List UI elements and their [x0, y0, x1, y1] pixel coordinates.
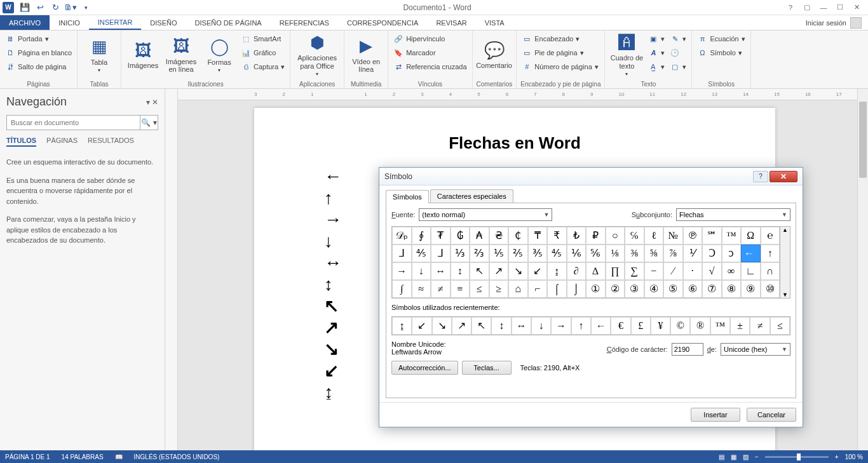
de-select[interactable]: Unicode (hex)▼: [721, 343, 790, 356]
symbol-cell[interactable]: ≥: [489, 280, 509, 298]
symbol-cell[interactable]: ₵: [508, 227, 528, 245]
symbol-cell[interactable]: ℠: [702, 227, 722, 245]
symbol-cell[interactable]: ↨: [547, 262, 567, 280]
symbol-cell[interactable]: ⌠: [547, 280, 567, 298]
cancelar-button[interactable]: Cancelar: [747, 408, 796, 422]
video-button[interactable]: ▶Vídeo en línea: [348, 32, 384, 77]
symbol-cell[interactable]: ≤: [470, 280, 489, 298]
ribbon-tab-diseño[interactable]: DISEÑO: [141, 15, 186, 30]
scrollbar-vertical[interactable]: [857, 89, 868, 450]
imagenes-en-linea-button[interactable]: 🖼Imágenes en línea: [163, 32, 199, 77]
symbol-cell[interactable]: ↕: [451, 262, 470, 280]
numero-pagina-button[interactable]: #Número de página ▾: [520, 60, 600, 73]
symbol-cell[interactable]: ≡: [451, 280, 470, 298]
view-read-icon[interactable]: ▤: [719, 453, 724, 460]
symbol-cell[interactable]: ↓: [412, 262, 431, 280]
pagina-en-blanco-button[interactable]: 🗋Página en blanco: [4, 46, 73, 59]
symbol-cell[interactable]: ₮: [431, 227, 451, 245]
signin-link[interactable]: Iniciar sesión: [799, 15, 868, 30]
symbol-cell[interactable]: ⅗: [528, 245, 548, 262]
recent-symbol-cell[interactable]: ≤: [770, 317, 790, 335]
help-icon[interactable]: ?: [784, 1, 797, 14]
zoom-level[interactable]: 100 %: [845, 453, 863, 460]
object-button[interactable]: ▢▾: [668, 60, 688, 73]
ecuacion-button[interactable]: πEcuación ▾: [696, 32, 746, 45]
symbol-cell[interactable]: ⅝: [644, 245, 664, 262]
insertar-button[interactable]: Insertar: [691, 408, 740, 422]
symbol-cell[interactable]: ⑤: [663, 280, 683, 298]
quick-parts-button[interactable]: ▣▾: [647, 32, 666, 45]
symbol-cell[interactable]: ℅: [625, 227, 644, 245]
status-lang[interactable]: INGLÉS (ESTADOS UNIDOS): [134, 453, 220, 460]
symbol-cell[interactable]: ⅘: [412, 245, 431, 262]
symbol-cell[interactable]: ∏: [606, 262, 625, 280]
symbol-cell[interactable]: →: [392, 262, 412, 280]
symbol-cell[interactable]: ₹: [547, 227, 567, 245]
tab-simbolos[interactable]: Símbolos: [386, 190, 429, 203]
recent-symbol-cell[interactable]: ↕: [491, 317, 511, 335]
symbol-cell[interactable]: ∩: [761, 262, 780, 280]
symbol-cell[interactable]: ₽: [586, 227, 606, 245]
symbol-cell[interactable]: №: [663, 227, 683, 245]
symbol-cell[interactable]: ⑦: [702, 280, 722, 298]
undo-icon[interactable]: ↩: [33, 1, 47, 15]
symbol-cell[interactable]: ↖: [470, 262, 489, 280]
recent-symbol-cell[interactable]: ≠: [750, 317, 770, 335]
signature-button[interactable]: ✎▾: [668, 32, 688, 45]
symbol-cell[interactable]: Ω: [741, 227, 761, 245]
redo-icon[interactable]: ↻: [48, 1, 62, 15]
symbol-cell[interactable]: ₳: [470, 227, 489, 245]
symbol-cell[interactable]: ○: [606, 227, 625, 245]
ruler-vertical[interactable]: [165, 89, 178, 450]
recent-symbol-cell[interactable]: ™: [710, 317, 730, 335]
recent-symbol-cell[interactable]: ↑: [571, 317, 591, 335]
symbol-cell[interactable]: ∂: [567, 262, 587, 280]
recent-symbol-cell[interactable]: ↔: [512, 317, 531, 335]
ribbon-tab-correspondencia[interactable]: CORRESPONDENCIA: [338, 15, 427, 30]
grid-scrollbar[interactable]: ▲▼: [780, 226, 790, 299]
formas-button[interactable]: ◯Formas▾: [201, 32, 237, 77]
nav-options[interactable]: ▾ ✕: [146, 98, 158, 107]
ruler-horizontal[interactable]: 321123456789101112131415161718: [178, 89, 868, 100]
symbol-cell[interactable]: 𝒟ₚ: [392, 227, 412, 245]
dialog-titlebar[interactable]: Símbolo ? ✕: [379, 168, 803, 185]
symbol-cell[interactable]: ⅖: [508, 245, 528, 262]
symbol-cell[interactable]: ∑: [625, 262, 644, 280]
referencia-cruzada-button[interactable]: ⇄Referencia cruzada: [392, 60, 468, 73]
captura-button[interactable]: ⎙Captura ▾: [240, 60, 286, 73]
symbol-cell[interactable]: ℮: [761, 227, 780, 245]
symbol-cell[interactable]: ↑: [761, 245, 780, 262]
recent-symbol-cell[interactable]: ←: [591, 317, 611, 335]
nav-tab-paginas[interactable]: PÁGINAS: [46, 137, 78, 147]
symbol-cell[interactable]: ⅃: [392, 245, 412, 262]
recent-symbol-cell[interactable]: ©: [670, 317, 690, 335]
symbol-cell[interactable]: ≈: [412, 280, 431, 298]
qat-customize-icon[interactable]: ▾: [79, 1, 93, 15]
symbol-cell[interactable]: ↙: [528, 262, 548, 280]
datetime-button[interactable]: 🕒: [668, 46, 688, 59]
symbol-cell[interactable]: ←: [741, 245, 761, 262]
symbol-cell[interactable]: ⌐: [528, 280, 548, 298]
smartart-button[interactable]: ⬚SmartArt: [240, 32, 286, 45]
recent-symbol-cell[interactable]: ↨: [392, 317, 412, 335]
recent-symbol-cell[interactable]: €: [611, 317, 630, 335]
ribbon-tab-inicio[interactable]: INICIO: [50, 15, 89, 30]
symbol-cell[interactable]: ⅟: [683, 245, 703, 262]
nav-search-input[interactable]: [7, 116, 140, 130]
teclas-button[interactable]: Teclas...: [462, 361, 512, 375]
nav-tab-titulos[interactable]: TÍTULOS: [6, 137, 36, 147]
recent-symbol-cell[interactable]: ↘: [432, 317, 452, 335]
symbol-cell[interactable]: ₲: [451, 227, 470, 245]
symbol-cell[interactable]: ↄ: [722, 245, 742, 262]
zoom-out-icon[interactable]: −: [755, 453, 759, 460]
status-proofing-icon[interactable]: 📖: [115, 453, 123, 460]
cuadro-texto-button[interactable]: 🅰Cuadro de texto▾: [609, 32, 644, 77]
ribbon-tab-archivo[interactable]: ARCHIVO: [0, 15, 50, 30]
symbol-cell[interactable]: ⅚: [586, 245, 606, 262]
wordart-button[interactable]: A▾: [647, 46, 666, 59]
symbol-cell[interactable]: ⑥: [683, 280, 703, 298]
view-print-icon[interactable]: ▦: [731, 453, 736, 460]
symbol-cell[interactable]: −: [644, 262, 664, 280]
symbol-cell[interactable]: ⅕: [489, 245, 509, 262]
search-icon[interactable]: 🔍 ▾: [140, 116, 158, 130]
